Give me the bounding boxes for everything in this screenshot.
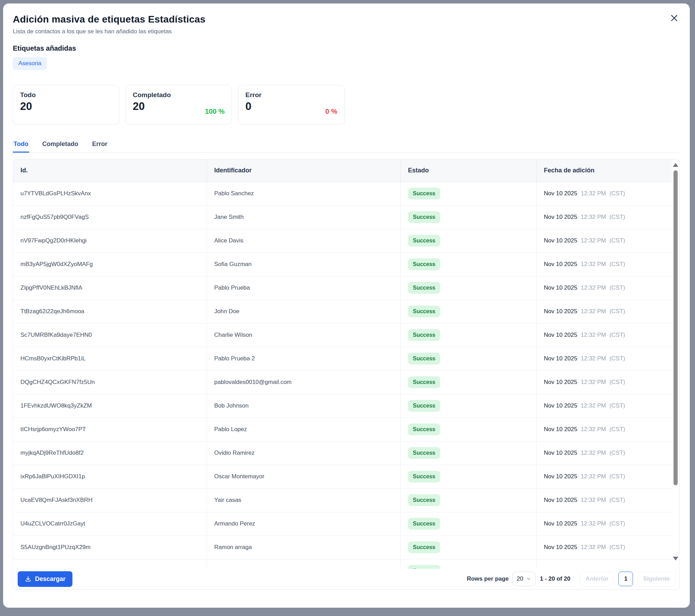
contacts-table: Id. Identificador Estado Fecha de adició… <box>13 160 672 569</box>
cell-identifier: Pablo Prueba <box>207 276 400 300</box>
cell-id: HCmsB0yxrCtKibRPb1iL <box>13 347 207 370</box>
cell-id: DQgCHZ4QCxGKFN7fz5Un <box>13 371 207 394</box>
cell-status: Success <box>400 442 536 465</box>
current-page-button[interactable]: 1 <box>618 572 633 586</box>
stat-card-error: Error 0 0 % <box>238 85 345 125</box>
table-row: nzfFgQuS57pb9Q0FVagSJane SmithSuccessNov… <box>13 206 672 229</box>
cell-date: Nov 10 202512:32 PM(CST) <box>536 371 672 394</box>
close-icon <box>670 14 679 24</box>
status-badge: Success <box>408 306 440 317</box>
cell-id: ixRp6JaBlPuXIHGDXI1p <box>13 465 207 488</box>
chevron-down-icon <box>526 576 531 581</box>
status-tabs: Todo Completado Error <box>13 140 680 153</box>
status-badge: Success <box>408 329 440 341</box>
cell-identifier: Pablo Prueba 2 <box>207 347 400 370</box>
rows-per-page-label: Rows per page <box>467 575 509 582</box>
scrollbar-thumb[interactable] <box>674 170 678 485</box>
bulk-label-stats-modal: Adición masiva de etiquetas Estadísticas… <box>3 3 690 608</box>
stat-label: Error <box>245 91 337 99</box>
table-row: S5AUzgnBngt1PUzqX29mRamon arragaSuccessN… <box>13 536 672 559</box>
previous-page-button[interactable]: Anterior <box>580 572 614 586</box>
table-row: HCmsB0yxrCtKibRPb1iLPablo Prueba 2Succes… <box>13 347 672 371</box>
cell-date: Nov 10 202512:32 PM(CST) <box>536 489 672 512</box>
cell-date <box>536 559 672 569</box>
cell-date: Nov 10 202512:32 PM(CST) <box>536 394 672 418</box>
cell-id <box>13 559 207 569</box>
download-button[interactable]: Descargar <box>18 571 72 587</box>
status-badge: Success <box>408 518 440 530</box>
cell-id: Sc7UMRBfKa9daye7EHN0 <box>13 324 207 347</box>
status-badge: Success <box>408 471 440 482</box>
cell-id: nV97FwpQg2D0rHKlehgi <box>13 229 207 253</box>
cell-status: Success <box>400 394 536 418</box>
cell-status: Success <box>400 276 536 300</box>
table-footer: Descargar Rows per page 20 1 - 20 of 20 … <box>13 569 679 589</box>
cell-id: UcaEV8QmFJAskf3nXBRH <box>13 489 207 512</box>
table-row: ixRp6JaBlPuXIHGDXI1pOscar MontemayorSucc… <box>13 465 672 489</box>
stat-label: Todo <box>20 91 112 99</box>
column-header-estado: Estado <box>400 160 536 182</box>
cell-identifier: pablovaldes0010@gmail.com <box>207 371 400 394</box>
cell-identifier <box>207 559 400 569</box>
cell-id: myjkqADj9ReThfUdo8f2 <box>13 442 207 465</box>
tab-error[interactable]: Error <box>92 140 108 153</box>
stat-card-completado: Completado 20 100 % <box>125 85 232 125</box>
scrollbar-down-arrow-icon[interactable] <box>673 557 678 561</box>
column-header-fecha: Fecha de adición <box>536 160 672 182</box>
table-row: nV97FwpQg2D0rHKlehgiAlice DavisSuccessNo… <box>13 229 672 253</box>
cell-date: Nov 10 202512:32 PM(CST) <box>536 253 672 276</box>
tab-completado[interactable]: Completado <box>42 140 79 153</box>
status-badge: Success <box>408 258 440 270</box>
cell-status: Success <box>400 559 536 569</box>
cell-date: Nov 10 202512:32 PM(CST) <box>536 276 672 300</box>
label-chip-asesoria: Asesoria <box>13 57 47 70</box>
table-row: u7YTVBLdGsPLHzSkvAnxPablo SanchezSuccess… <box>13 182 672 206</box>
cell-identifier: Pablo Sanchez <box>207 182 400 205</box>
status-badge: Success <box>408 565 440 569</box>
table-row: UcaEV8QmFJAskf3nXBRHYair casasSuccessNov… <box>13 489 672 512</box>
cell-identifier: Alice Davis <box>207 229 400 253</box>
tab-todo[interactable]: Todo <box>13 140 29 153</box>
page-subtitle: Lista de contactos a los que se les han … <box>13 28 680 35</box>
rows-per-page-select[interactable]: 20 <box>512 572 536 586</box>
cell-identifier: Bob Johnson <box>207 394 400 418</box>
cell-date: Nov 10 202512:32 PM(CST) <box>536 536 672 559</box>
cell-id: u7YTVBLdGsPLHzSkvAnx <box>13 182 207 205</box>
cell-id: tICHsrjp6omyzYWoo7PT <box>13 418 207 441</box>
stat-value: 20 <box>20 100 112 113</box>
cell-status: Success <box>400 206 536 229</box>
contacts-table-container: Id. Identificador Estado Fecha de adició… <box>13 159 680 590</box>
scrollbar-up-arrow-icon[interactable] <box>673 163 678 167</box>
table-row: 1FEvhkzdUWO8kq3yZkZMBob JohnsonSuccessNo… <box>13 394 672 418</box>
download-icon <box>25 575 32 582</box>
page-title: Adición masiva de etiquetas Estadísticas <box>13 14 680 25</box>
cell-date: Nov 10 202512:32 PM(CST) <box>536 324 672 347</box>
stat-value: 0 <box>245 100 337 113</box>
cell-status: Success <box>400 371 536 394</box>
status-badge: Success <box>408 376 440 388</box>
cell-status: Success <box>400 324 536 347</box>
cell-id: ZIpgPffV0NEhLkBJNflA <box>13 276 207 300</box>
cell-id: S5AUzgnBngt1PUzqX29m <box>13 536 207 559</box>
cell-id: mB3yAP5jgW0dXZyoMAFg <box>13 253 207 276</box>
stats-cards: Todo 20 Completado 20 100 % Error 0 0 % <box>13 85 680 125</box>
table-row: Sc7UMRBfKa9daye7EHN0Charlie WilsonSucces… <box>13 324 672 347</box>
cell-status: Success <box>400 465 536 488</box>
cell-identifier: Ovidio Ramirez <box>207 442 400 465</box>
download-label: Descargar <box>35 575 66 583</box>
cell-date: Nov 10 202512:32 PM(CST) <box>536 182 672 205</box>
status-badge: Success <box>408 188 440 199</box>
next-page-button[interactable]: Siguiente <box>637 572 675 586</box>
cell-identifier: Sofia Guzman <box>207 253 400 276</box>
status-badge: Success <box>408 282 440 294</box>
cell-id: U4uZCLVOCatrr0JzGayt <box>13 512 207 536</box>
cell-status: Success <box>400 489 536 512</box>
cell-identifier: John Doe <box>207 300 400 323</box>
cell-date: Nov 10 202512:32 PM(CST) <box>536 347 672 370</box>
cell-date: Nov 10 202512:32 PM(CST) <box>536 465 672 488</box>
table-row: tICHsrjp6omyzYWoo7PTPablo LopezSuccessNo… <box>13 418 672 442</box>
stat-percent: 0 % <box>325 108 337 116</box>
table-row: DQgCHZ4QCxGKFN7fz5Unpablovaldes0010@gmai… <box>13 371 672 394</box>
close-button[interactable] <box>668 12 680 24</box>
column-header-id: Id. <box>13 160 207 182</box>
